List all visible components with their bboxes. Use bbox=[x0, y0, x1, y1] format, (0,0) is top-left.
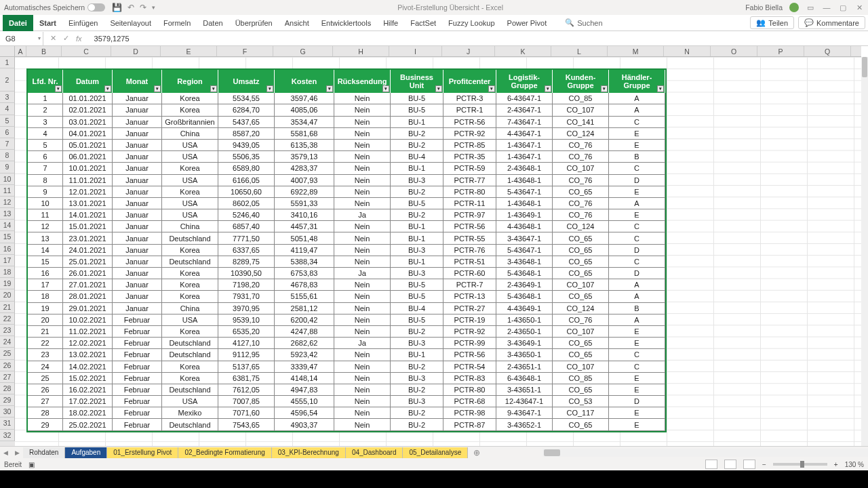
table-cell[interactable]: E bbox=[609, 407, 665, 419]
table-cell[interactable]: Februar bbox=[113, 314, 162, 326]
table-cell[interactable]: Ja bbox=[334, 209, 391, 221]
table-cell[interactable]: CO_76 bbox=[553, 175, 609, 186]
table-cell[interactable]: 7-43647-1 bbox=[496, 117, 553, 128]
table-cell[interactable]: B bbox=[609, 151, 665, 163]
filter-icon[interactable]: ▾ bbox=[488, 85, 495, 92]
table-cell[interactable]: 1 bbox=[28, 93, 63, 104]
table-cell[interactable]: Januar bbox=[113, 232, 162, 244]
table-cell[interactable]: A bbox=[609, 314, 665, 326]
table-cell[interactable]: Nein bbox=[334, 93, 391, 104]
table-cell[interactable]: 12.02.2021 bbox=[63, 338, 113, 349]
table-cell[interactable]: Korea bbox=[162, 93, 218, 104]
table-row[interactable]: 101.01.2021JanuarKorea5534,553597,46Nein… bbox=[28, 93, 665, 104]
table-cell[interactable]: 15.01.2021 bbox=[63, 221, 113, 232]
table-cell[interactable]: 10.02.2021 bbox=[63, 314, 113, 326]
minimize-icon[interactable]: — bbox=[822, 3, 831, 12]
table-cell[interactable]: Nein bbox=[334, 175, 391, 186]
row-header-17[interactable]: 17 bbox=[0, 255, 15, 266]
table-cell[interactable]: 5-43647-1 bbox=[496, 245, 553, 256]
table-cell[interactable]: PCTR-83 bbox=[443, 373, 496, 384]
table-cell[interactable]: PCTR-92 bbox=[443, 326, 496, 338]
table-cell[interactable]: C bbox=[609, 163, 665, 174]
table-cell[interactable]: 26.01.2021 bbox=[63, 268, 113, 279]
table-cell[interactable]: 4596,54 bbox=[275, 407, 334, 419]
table-header[interactable]: Lfd. Nr.▾ bbox=[28, 70, 63, 93]
table-cell[interactable]: PCTR-51 bbox=[443, 256, 496, 268]
table-header[interactable]: Profitcenter▾ bbox=[443, 70, 496, 93]
table-cell[interactable]: 24.01.2021 bbox=[63, 245, 113, 256]
ribbon-tab-überprüfen[interactable]: Überprüfen bbox=[229, 15, 279, 31]
row-header-30[interactable]: 30 bbox=[0, 406, 15, 418]
table-cell[interactable]: 5-43648-1 bbox=[496, 291, 553, 302]
table-cell[interactable]: PCTR-56 bbox=[443, 221, 496, 232]
table-cell[interactable]: 14 bbox=[28, 245, 63, 256]
table-cell[interactable]: 9439,05 bbox=[218, 140, 275, 151]
table-cell[interactable]: Februar bbox=[113, 407, 162, 419]
table-cell[interactable]: CO_107 bbox=[553, 361, 609, 373]
table-cell[interactable]: PCTR-98 bbox=[443, 407, 496, 419]
table-cell[interactable]: PCTR-54 bbox=[443, 361, 496, 373]
table-cell[interactable]: 6-43648-1 bbox=[496, 373, 553, 384]
table-row[interactable]: 2414.02.2021FebruarKorea5137,653339,47Ne… bbox=[28, 361, 665, 373]
maximize-icon[interactable]: ▢ bbox=[838, 3, 848, 12]
table-header[interactable]: Kunden-Gruppe▾ bbox=[553, 70, 609, 93]
table-cell[interactable]: BU-5 bbox=[391, 93, 443, 104]
table-cell[interactable]: Nein bbox=[334, 186, 391, 198]
col-header-O[interactable]: O bbox=[711, 46, 757, 56]
table-cell[interactable]: Korea bbox=[162, 163, 218, 174]
table-cell[interactable]: 17.02.2021 bbox=[63, 396, 113, 407]
table-cell[interactable]: 23 bbox=[28, 349, 63, 361]
table-cell[interactable]: BU-4 bbox=[391, 151, 443, 163]
row-header-24[interactable]: 24 bbox=[0, 336, 15, 348]
table-cell[interactable]: 2-43649-1 bbox=[496, 279, 553, 291]
col-header-K[interactable]: K bbox=[495, 46, 551, 56]
fx-icon[interactable]: fx bbox=[76, 35, 82, 43]
ribbon-tab-ansicht[interactable]: Ansicht bbox=[279, 15, 315, 31]
col-header-B[interactable]: B bbox=[26, 46, 62, 56]
table-cell[interactable]: USA bbox=[162, 209, 218, 221]
table-cell[interactable]: Nein bbox=[334, 407, 391, 419]
filter-icon[interactable]: ▾ bbox=[267, 85, 273, 92]
table-cell[interactable]: 3579,13 bbox=[275, 151, 334, 163]
tab-nav-prev[interactable]: ◀ bbox=[0, 449, 12, 456]
table-cell[interactable]: E bbox=[609, 326, 665, 338]
table-cell[interactable]: Januar bbox=[113, 245, 162, 256]
table-cell[interactable]: Februar bbox=[113, 361, 162, 373]
table-cell[interactable]: 6 bbox=[28, 151, 63, 163]
row-header-7[interactable]: 7 bbox=[0, 138, 15, 150]
ribbon-tab-factset[interactable]: FactSet bbox=[404, 15, 442, 31]
table-row[interactable]: 1323.01.2021JanuarDeutschland7771,505051… bbox=[28, 232, 665, 244]
table-cell[interactable]: CO_124 bbox=[553, 221, 609, 232]
table-cell[interactable]: 3339,47 bbox=[275, 361, 334, 373]
table-cell[interactable]: 15 bbox=[28, 256, 63, 268]
table-row[interactable]: 2616.02.2021FebruarDeutschland7612,05494… bbox=[28, 384, 665, 396]
table-cell[interactable]: 4148,14 bbox=[275, 373, 334, 384]
name-box[interactable]: G8 ▾ bbox=[0, 32, 43, 45]
table-cell[interactable]: Korea bbox=[162, 373, 218, 384]
table-cell[interactable]: C bbox=[609, 221, 665, 232]
tab-nav-next[interactable]: ▶ bbox=[12, 449, 23, 456]
table-header[interactable]: Logistik-Gruppe▾ bbox=[496, 70, 553, 93]
table-cell[interactable]: 3970,95 bbox=[218, 303, 275, 314]
table-cell[interactable]: 2581,12 bbox=[275, 303, 334, 314]
table-cell[interactable]: 6922,89 bbox=[275, 186, 334, 198]
avatar[interactable] bbox=[789, 3, 799, 12]
table-cell[interactable]: Korea bbox=[162, 268, 218, 279]
table-cell[interactable]: Korea bbox=[162, 186, 218, 198]
table-cell[interactable]: Deutschland bbox=[162, 419, 218, 430]
table-cell[interactable]: 5051,48 bbox=[275, 232, 334, 244]
table-cell[interactable]: 5-43647-1 bbox=[496, 186, 553, 198]
table-cell[interactable]: PCTR-55 bbox=[443, 232, 496, 244]
col-header-L[interactable]: L bbox=[551, 46, 608, 56]
table-cell[interactable]: 7198,20 bbox=[218, 279, 275, 291]
col-header-H[interactable]: H bbox=[333, 46, 389, 56]
table-cell[interactable]: China bbox=[162, 128, 218, 140]
table-cell[interactable]: 4555,10 bbox=[275, 396, 334, 407]
table-cell[interactable]: CO_107 bbox=[553, 163, 609, 174]
table-cell[interactable]: 5534,55 bbox=[218, 93, 275, 104]
table-cell[interactable]: 5137,65 bbox=[218, 361, 275, 373]
table-cell[interactable]: Nein bbox=[334, 279, 391, 291]
table-cell[interactable]: USA bbox=[162, 140, 218, 151]
table-cell[interactable]: 28 bbox=[28, 407, 63, 419]
table-cell[interactable]: C bbox=[609, 349, 665, 361]
